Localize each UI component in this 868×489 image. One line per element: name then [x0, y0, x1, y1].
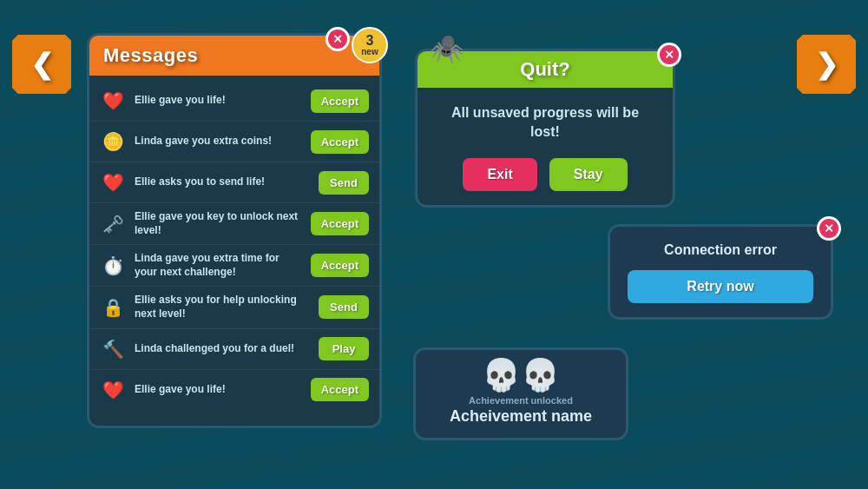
- message-icon: 🗝️: [100, 211, 126, 237]
- quit-title: Quit?: [520, 58, 569, 80]
- list-item: ❤️ Ellie gave you life! Accept: [89, 370, 379, 410]
- message-text: Ellie gave you life!: [135, 383, 302, 397]
- list-item: 🪙 Linda gave you extra coins! Accept: [89, 122, 379, 162]
- list-item: 🔒 Ellie asks you for help unlocking next…: [89, 287, 379, 328]
- quit-dialog: ✕ 🕷️ Quit? All unsaved progress will be …: [415, 49, 675, 208]
- quit-message: All unsaved progress will be lost!: [435, 103, 655, 142]
- play-button[interactable]: Play: [319, 337, 369, 360]
- quit-body: All unsaved progress will be lost! Exit …: [418, 88, 673, 205]
- send-button[interactable]: Send: [319, 171, 369, 195]
- list-item: ❤️ Ellie gave you life! Accept: [89, 81, 379, 122]
- achievement-icons: 💀💀: [433, 357, 608, 393]
- message-text: Ellie asks you to send life!: [135, 175, 310, 189]
- message-text: Linda gave you extra time for your next …: [135, 252, 302, 279]
- accept-button[interactable]: Accept: [311, 212, 369, 235]
- new-badge-label: new: [361, 48, 378, 56]
- message-icon: ❤️: [100, 169, 126, 195]
- messages-panel: ✕ Messages 3 new ❤️ Ellie gave you life!…: [87, 33, 382, 428]
- message-icon: 🔒: [100, 294, 126, 320]
- accept-button[interactable]: Accept: [311, 130, 369, 154]
- connection-close-button[interactable]: ✕: [817, 216, 841, 241]
- accept-button[interactable]: Accept: [311, 254, 369, 277]
- message-icon: 🪙: [100, 129, 126, 155]
- message-text: Linda challenged you for a duel!: [135, 342, 310, 356]
- exit-button[interactable]: Exit: [463, 158, 536, 191]
- connection-error-title: Connection error: [628, 242, 813, 258]
- achievement-name: Acheivement name: [433, 407, 608, 426]
- accept-button[interactable]: Accept: [311, 89, 369, 113]
- message-text: Ellie gave you key to unlock next level!: [135, 210, 302, 237]
- list-item: ❤️ Ellie asks you to send life! Send: [89, 162, 379, 203]
- nav-arrow-left[interactable]: ❮: [12, 35, 71, 94]
- left-arrow-icon: ❮: [30, 48, 54, 81]
- messages-close-button[interactable]: ✕: [326, 27, 350, 51]
- achievement-unlocked-label: Achievement unlocked: [433, 395, 608, 406]
- stay-button[interactable]: Stay: [549, 158, 628, 191]
- list-item: 🗝️ Ellie gave you key to unlock next lev…: [89, 203, 379, 245]
- accept-button[interactable]: Accept: [311, 378, 369, 401]
- quit-buttons: Exit Stay: [435, 158, 655, 191]
- message-icon: ❤️: [100, 377, 126, 403]
- new-badge: 3 new: [352, 27, 388, 63]
- message-icon: ❤️: [100, 88, 126, 114]
- quit-close-button[interactable]: ✕: [657, 43, 681, 67]
- messages-title: Messages: [103, 44, 198, 67]
- message-text: Ellie gave you life!: [135, 94, 302, 108]
- message-icon: 🔨: [100, 336, 126, 362]
- list-item: 🔨 Linda challenged you for a duel! Play: [89, 329, 379, 370]
- quit-header: 🕷️ Quit?: [418, 51, 673, 88]
- send-button[interactable]: Send: [319, 295, 369, 319]
- right-arrow-icon: ❯: [815, 48, 838, 81]
- new-badge-count: 3: [366, 34, 374, 48]
- message-icon: ⏱️: [100, 253, 126, 279]
- message-list: ❤️ Ellie gave you life! Accept 🪙 Linda g…: [89, 76, 379, 415]
- message-text: Ellie asks you for help unlocking next l…: [135, 294, 310, 320]
- retry-button[interactable]: Retry now: [628, 270, 813, 303]
- spider-icon: 🕷️: [430, 32, 464, 65]
- nav-arrow-right[interactable]: ❯: [797, 35, 856, 94]
- message-text: Linda gave you extra coins!: [135, 135, 302, 149]
- connection-dialog: ✕ Connection error Retry now: [608, 224, 833, 320]
- list-item: ⏱️ Linda gave you extra time for your ne…: [89, 245, 379, 287]
- achievement-panel: 💀💀 Achievement unlocked Acheivement name: [413, 347, 628, 440]
